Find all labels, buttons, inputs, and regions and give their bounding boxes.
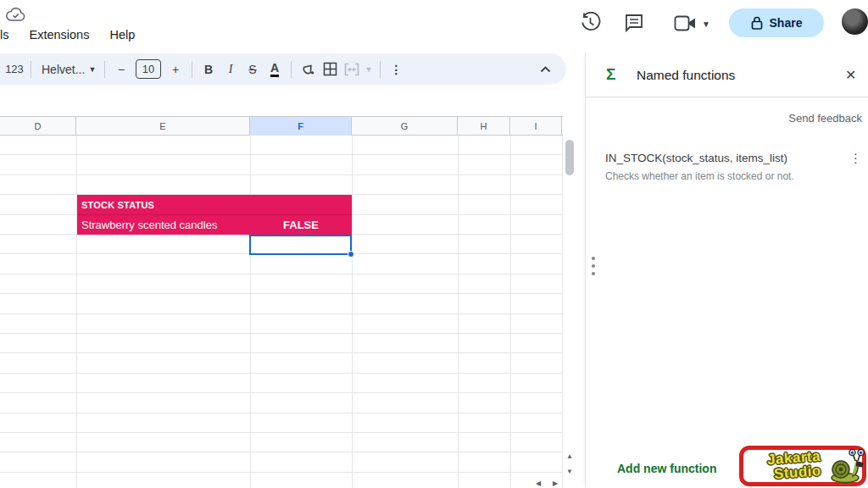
column-header-d[interactable]: D xyxy=(0,117,76,136)
decrease-font-size-button[interactable]: − xyxy=(110,58,132,80)
column-header-f[interactable]: F xyxy=(250,117,352,136)
version-history-icon[interactable] xyxy=(580,12,601,33)
strikethrough-button[interactable]: S xyxy=(242,58,264,80)
stock-status-table: STOCK STATUS Strawberry scented candles … xyxy=(77,195,352,235)
share-label: Share xyxy=(770,16,803,30)
named-functions-panel: Σ Named functions ✕ Send feedback IN_STO… xyxy=(585,53,868,488)
increase-font-size-button[interactable]: + xyxy=(164,58,186,80)
font-size-input[interactable]: 10 xyxy=(136,59,161,79)
merge-cells-icon[interactable] xyxy=(341,58,363,80)
selected-cell[interactable] xyxy=(249,235,352,255)
collapse-toolbar-icon[interactable] xyxy=(540,66,551,73)
column-header-g[interactable]: G xyxy=(352,117,458,136)
menu-bar: ls Extensions Help xyxy=(0,28,135,42)
function-description: Checks whether an item is stocked or not… xyxy=(605,170,794,182)
formatting-toolbar: 123 Helvet... ▼ − 10 + B I S A xyxy=(0,53,566,85)
font-family-caret-icon[interactable]: ▼ xyxy=(86,58,99,80)
number-format-button[interactable]: 123 xyxy=(3,58,25,80)
scroll-up-arrow[interactable]: ▲ xyxy=(566,452,573,460)
snail-mascot-icon xyxy=(828,447,865,485)
spreadsheet-grid: D E F G H I STOCK STATUS Strawberry scen… xyxy=(0,116,563,488)
fill-color-icon[interactable] xyxy=(297,58,319,80)
meet-camera-icon[interactable] xyxy=(674,15,697,31)
lock-icon xyxy=(751,16,763,30)
named-function-item[interactable]: IN_STOCK(stock_status, items_list) Check… xyxy=(586,144,868,191)
menu-help[interactable]: Help xyxy=(109,28,135,42)
panel-title: Named functions xyxy=(637,68,735,83)
saved-cloud-icon xyxy=(6,8,25,22)
item-name-cell[interactable]: Strawberry scented candles xyxy=(77,219,250,231)
panel-header: Σ Named functions ✕ xyxy=(586,53,868,97)
panel-resize-handle[interactable] xyxy=(592,257,595,275)
function-options-icon[interactable]: ⋮ xyxy=(849,151,862,166)
comments-icon[interactable] xyxy=(624,13,644,33)
watermark-text-line2: Studio xyxy=(773,463,821,483)
column-header-i[interactable]: I xyxy=(510,117,562,136)
column-header-h[interactable]: H xyxy=(458,117,510,136)
top-bar: ls Extensions Help ▼ xyxy=(0,0,868,53)
scroll-right-arrow[interactable]: ▶ xyxy=(553,480,558,487)
account-avatar[interactable] xyxy=(842,8,868,35)
camera-dropdown-caret[interactable]: ▼ xyxy=(702,19,710,29)
column-headers: D E F G H I xyxy=(0,116,563,136)
vertical-scrollbar-thumb[interactable] xyxy=(565,140,574,175)
sigma-icon: Σ xyxy=(606,65,615,84)
merge-cells-caret-icon[interactable]: ▼ xyxy=(363,58,375,80)
menu-extensions[interactable]: Extensions xyxy=(29,28,89,42)
menu-tools-truncated[interactable]: ls xyxy=(0,28,8,42)
panel-divider xyxy=(586,97,868,97)
item-value-cell[interactable]: FALSE xyxy=(250,219,352,231)
borders-icon[interactable] xyxy=(319,58,341,80)
stock-status-header-cell[interactable]: STOCK STATUS xyxy=(77,195,352,215)
share-button[interactable]: Share xyxy=(729,8,824,37)
fill-handle[interactable] xyxy=(348,251,354,258)
close-panel-icon[interactable]: ✕ xyxy=(845,67,856,83)
scroll-down-arrow[interactable]: ▼ xyxy=(566,468,573,475)
font-family-select[interactable]: Helvet... xyxy=(36,58,86,80)
function-signature: IN_STOCK(stock_status, items_list) xyxy=(605,152,787,164)
column-header-e[interactable]: E xyxy=(76,117,250,136)
grid-cells[interactable]: STOCK STATUS Strawberry scented candles … xyxy=(0,136,563,488)
add-new-function-button[interactable]: Add new function xyxy=(617,462,716,475)
text-color-button[interactable]: A xyxy=(264,58,286,80)
scroll-left-arrow[interactable]: ◀ xyxy=(536,480,541,487)
bold-button[interactable]: B xyxy=(198,58,220,80)
more-toolbar-options-button[interactable]: ⋮ xyxy=(386,58,408,80)
jakarta-studio-watermark: Jakarta Studio xyxy=(739,446,866,486)
send-feedback-link[interactable]: Send feedback xyxy=(788,112,862,125)
italic-button[interactable]: I xyxy=(220,58,242,80)
